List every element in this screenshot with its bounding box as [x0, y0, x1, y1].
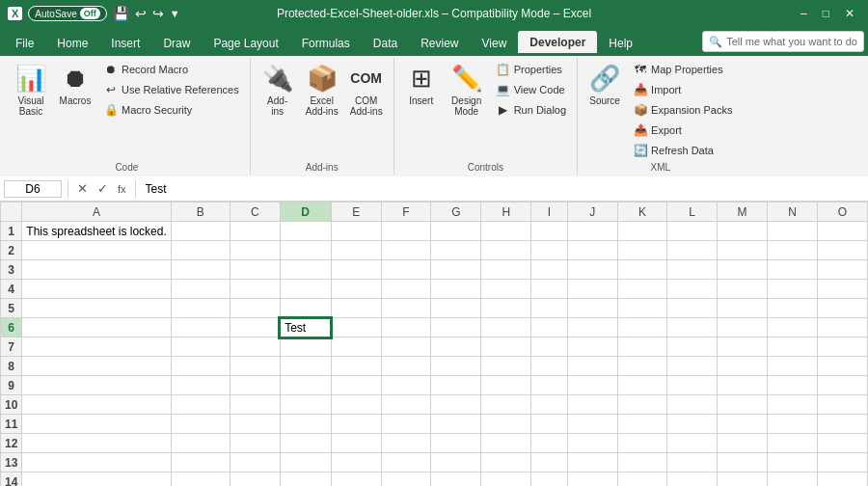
col-header-a[interactable]: A	[22, 202, 171, 222]
import-button[interactable]: 📥 Import	[628, 80, 737, 99]
cell-A4[interactable]	[22, 280, 171, 299]
cell-E5[interactable]	[331, 299, 381, 318]
row-header-7[interactable]: 7	[1, 338, 22, 357]
cell-M1[interactable]	[718, 222, 768, 241]
cell-O7[interactable]	[817, 338, 867, 357]
cell-K13[interactable]	[617, 453, 667, 472]
source-button[interactable]: 🔗 Source	[583, 60, 626, 109]
cell-C2[interactable]	[230, 241, 280, 260]
cell-O1[interactable]	[817, 222, 867, 241]
formula-input[interactable]	[142, 181, 864, 197]
cell-I14[interactable]	[531, 472, 568, 487]
cell-K12[interactable]	[617, 434, 667, 453]
relative-references-button[interactable]: ↩ Use Relative References	[98, 80, 244, 99]
visual-basic-button[interactable]: 📊 VisualBasic	[10, 60, 52, 120]
insert-button[interactable]: ⊞ Insert	[400, 60, 443, 109]
col-header-m[interactable]: M	[718, 202, 768, 222]
cell-C4[interactable]	[230, 280, 280, 299]
tab-insert[interactable]: Insert	[99, 31, 151, 56]
cell-L11[interactable]	[667, 415, 718, 434]
col-header-o[interactable]: O	[817, 202, 867, 222]
cell-N13[interactable]	[768, 453, 818, 472]
cell-I7[interactable]	[531, 338, 568, 357]
row-header-1[interactable]: 1	[1, 222, 22, 241]
cell-L4[interactable]	[667, 280, 718, 299]
confirm-formula-button[interactable]: ✓	[95, 181, 111, 196]
cell-H5[interactable]	[481, 299, 531, 318]
export-button[interactable]: 📤 Export	[628, 121, 737, 140]
cell-M9[interactable]	[718, 376, 768, 395]
cell-L7[interactable]	[667, 338, 718, 357]
cell-J6[interactable]	[567, 318, 617, 338]
cell-E8[interactable]	[331, 357, 381, 376]
cell-D4[interactable]	[280, 280, 331, 299]
cell-I10[interactable]	[531, 395, 568, 415]
cell-N9[interactable]	[768, 376, 818, 395]
cell-M2[interactable]	[718, 241, 768, 260]
cell-E4[interactable]	[331, 280, 381, 299]
col-header-h[interactable]: H	[481, 202, 531, 222]
cell-H3[interactable]	[481, 260, 531, 280]
cell-E10[interactable]	[331, 395, 381, 415]
row-header-6[interactable]: 6	[1, 318, 22, 338]
cell-D10[interactable]	[280, 395, 331, 415]
cell-E9[interactable]	[331, 376, 381, 395]
cell-K9[interactable]	[617, 376, 667, 395]
cell-O12[interactable]	[817, 434, 867, 453]
row-header-12[interactable]: 12	[1, 434, 22, 453]
cell-F5[interactable]	[381, 299, 431, 318]
row-header-4[interactable]: 4	[1, 280, 22, 299]
cell-L6[interactable]	[667, 318, 718, 338]
cell-B9[interactable]	[171, 376, 230, 395]
tab-file[interactable]: File	[4, 31, 45, 56]
cell-I4[interactable]	[531, 280, 568, 299]
cell-H6[interactable]	[481, 318, 531, 338]
cell-J3[interactable]	[567, 260, 617, 280]
cell-M11[interactable]	[718, 415, 768, 434]
cell-O3[interactable]	[817, 260, 867, 280]
cell-N1[interactable]	[768, 222, 818, 241]
cell-F11[interactable]	[381, 415, 431, 434]
cell-D5[interactable]	[280, 299, 331, 318]
cell-B10[interactable]	[171, 395, 230, 415]
cell-H1[interactable]	[481, 222, 531, 241]
cell-G14[interactable]	[431, 472, 481, 487]
cell-I5[interactable]	[531, 299, 568, 318]
cell-K3[interactable]	[617, 260, 667, 280]
col-header-d[interactable]: D	[280, 202, 331, 222]
cell-E7[interactable]	[331, 338, 381, 357]
cell-M3[interactable]	[718, 260, 768, 280]
cell-C13[interactable]	[230, 453, 280, 472]
cell-E6[interactable]	[331, 318, 381, 338]
cell-reference[interactable]	[4, 180, 62, 198]
cell-I3[interactable]	[531, 260, 568, 280]
cell-O4[interactable]	[817, 280, 867, 299]
cell-L9[interactable]	[667, 376, 718, 395]
cell-D8[interactable]	[280, 357, 331, 376]
cell-D12[interactable]	[280, 434, 331, 453]
cell-G11[interactable]	[431, 415, 481, 434]
cell-G4[interactable]	[431, 280, 481, 299]
cell-K1[interactable]	[617, 222, 667, 241]
cell-I8[interactable]	[531, 357, 568, 376]
row-header-14[interactable]: 14	[1, 472, 22, 487]
cell-D13[interactable]	[280, 453, 331, 472]
cell-A11[interactable]	[22, 415, 171, 434]
maximize-button[interactable]: □	[817, 5, 835, 22]
col-header-l[interactable]: L	[667, 202, 718, 222]
cell-D11[interactable]	[280, 415, 331, 434]
cell-G2[interactable]	[431, 241, 481, 260]
design-mode-button[interactable]: ✏️ DesignMode	[446, 60, 488, 120]
cell-M14[interactable]	[718, 472, 768, 487]
cell-C11[interactable]	[230, 415, 280, 434]
cell-J10[interactable]	[567, 395, 617, 415]
cell-K4[interactable]	[617, 280, 667, 299]
cell-B3[interactable]	[171, 260, 230, 280]
col-header-n[interactable]: N	[768, 202, 818, 222]
cell-E3[interactable]	[331, 260, 381, 280]
cell-N7[interactable]	[768, 338, 818, 357]
cell-J9[interactable]	[567, 376, 617, 395]
save-icon[interactable]: 💾	[113, 6, 129, 21]
cell-I13[interactable]	[531, 453, 568, 472]
cell-H9[interactable]	[481, 376, 531, 395]
